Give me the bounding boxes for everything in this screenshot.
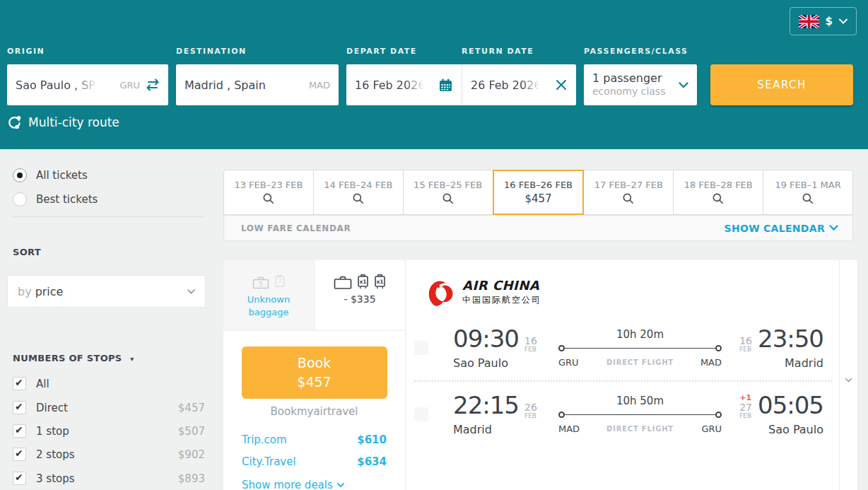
briefcase-icon <box>334 276 352 289</box>
calendar-icon[interactable] <box>438 78 453 93</box>
briefcase-icon: 5 <box>252 276 269 289</box>
deal-citytravel[interactable]: City.Travel $634 <box>242 455 387 468</box>
stops-filter-2stops[interactable]: 2 stops $902 <box>13 448 205 461</box>
airline-name: AIR CHINA <box>462 278 541 293</box>
arrival-time: 05:05 <box>758 393 823 417</box>
stops-filter-direct[interactable]: Direct $457 <box>13 401 205 414</box>
flight-search-form: ORIGIN Sao Paulo , SP, B GRU DESTINATION… <box>7 47 853 105</box>
direct-flight-label: DIRECT FLIGHT <box>597 425 684 433</box>
destination-field[interactable]: Madrid , Spain MAD <box>176 64 339 105</box>
results-area: All tickets Best tickets SORT by price N… <box>0 149 868 490</box>
currency-symbol: $ <box>826 15 833 28</box>
arrival-city: Madrid <box>785 356 823 370</box>
plus-days-badge <box>524 394 537 402</box>
checkbox-checked-icon[interactable] <box>13 472 26 485</box>
arrival-city: Sao Paulo <box>768 423 823 436</box>
depart-date-value: 16 Feb 2026 <box>355 78 426 92</box>
multi-city-icon <box>7 115 22 129</box>
stops-heading[interactable]: NUMBERS OF STOPS ▾ <box>13 353 134 363</box>
deal-price: $634 <box>357 455 387 468</box>
departure-day: 16 <box>524 336 537 346</box>
multi-city-label: Multi-city route <box>28 115 119 129</box>
sort-heading: SORT <box>13 247 41 257</box>
deal-tripcom[interactable]: Trip.com $610 <box>242 433 387 446</box>
stops-direct-label: Direct <box>36 402 68 414</box>
svg-text:?: ? <box>278 279 281 285</box>
to-airport-code: MAD <box>700 357 722 368</box>
low-fare-calendar-bar: LOW FARE CALENDAR SHOW CALENDAR <box>223 215 853 241</box>
date-tab-label: 13 FEB–23 FEB <box>234 180 303 190</box>
stops-all-label: All <box>36 378 49 390</box>
stops-filter-1stop[interactable]: 1 stop $507 <box>13 424 205 438</box>
multi-city-route-link[interactable]: Multi-city route <box>7 115 119 129</box>
from-airport-code: MAD <box>558 424 580 434</box>
return-date-field[interactable]: 26 Feb 2026 <box>462 64 576 105</box>
clear-return-date-icon[interactable] <box>555 78 568 91</box>
chevron-down-icon <box>187 289 195 294</box>
sort-prefix: by <box>18 285 32 298</box>
stops-heading-label: NUMBERS OF STOPS <box>13 353 122 363</box>
destination-label: DESTINATION <box>176 47 339 59</box>
date-tab-18feb[interactable]: 18 FEB–28 FEB <box>673 170 763 215</box>
origin-field[interactable]: Sao Paulo , SP, B GRU <box>7 64 168 105</box>
svg-text:x1: x1 <box>376 279 383 285</box>
checkbox-checked-icon[interactable] <box>13 424 26 438</box>
search-button[interactable]: SEARCH <box>710 64 853 105</box>
radio-unselected-icon[interactable] <box>13 192 27 206</box>
filter-all-tickets[interactable]: All tickets <box>13 168 88 182</box>
show-more-deals-link[interactable]: Show more deals <box>242 479 387 490</box>
outbound-leg[interactable]: 09:30 16 FEB Sao Paulo 10h 20m <box>406 315 839 380</box>
return-date-label: RETURN DATE <box>462 47 534 59</box>
stops-filter-3stops[interactable]: 3 stops $893 <box>13 472 205 485</box>
flight-duration: 10h 50m <box>558 395 722 407</box>
stops-2stops-price: $902 <box>178 448 205 461</box>
origin-value: Sao Paulo , SP, B <box>16 78 99 92</box>
stops-filter-all[interactable]: All <box>13 377 205 390</box>
checkbox-checked-icon[interactable] <box>13 448 26 461</box>
date-tab-17feb[interactable]: 17 FEB–27 FEB <box>583 170 674 215</box>
date-tab-15feb[interactable]: 15 FEB–25 FEB <box>403 170 493 215</box>
stops-2stops-label: 2 stops <box>36 448 75 461</box>
baggage-tab-included[interactable]: x1 x1 - $335 <box>315 260 405 331</box>
chevron-down-icon <box>839 18 848 24</box>
checkbox-checked-icon[interactable] <box>13 401 26 414</box>
plus-days-badge <box>524 327 537 336</box>
date-tab-19feb[interactable]: 19 FEB–1 MAR <box>763 170 853 215</box>
depart-date-field[interactable]: 16 Feb 2026 <box>346 64 462 105</box>
date-tab-16feb-selected[interactable]: 16 FEB–26 FEB $457 <box>493 170 585 215</box>
cabin-class: economy class <box>592 86 665 98</box>
departure-month: FEB <box>524 413 537 419</box>
passengers-field[interactable]: 1 passenger economy class <box>584 64 697 105</box>
date-tab-13feb[interactable]: 13 FEB–23 FEB <box>223 170 314 215</box>
radio-selected-icon[interactable] <box>13 168 27 182</box>
book-button-price: $457 <box>297 374 331 390</box>
departure-time: 22:15 <box>453 393 519 417</box>
baggage-tab-unknown[interactable]: 5 ? Unknown baggage <box>223 260 315 331</box>
show-calendar-label: SHOW CALENDAR <box>725 223 825 234</box>
return-leg[interactable]: 22:15 26 FEB Madrid 10h 50m <box>406 382 839 447</box>
arrival-month: FEB <box>739 346 751 353</box>
agency-name: Bookmyairtravel <box>223 405 405 418</box>
swap-icon[interactable] <box>146 78 160 91</box>
direct-flight-label: DIRECT FLIGHT <box>597 358 684 366</box>
destination-airport-code: MAD <box>305 80 330 91</box>
currency-selector[interactable]: $ <box>790 7 857 35</box>
suitcase-icon: ? <box>274 274 286 289</box>
origin-label: ORIGIN <box>7 47 168 59</box>
search-icon <box>802 192 814 205</box>
deal-name: Trip.com <box>242 433 287 446</box>
origin-airport-code: GRU <box>115 80 140 91</box>
results-main: 13 FEB–23 FEB 14 FEB–24 FEB 15 FEB–25 FE… <box>223 149 857 490</box>
baggage-tab-included-price: - $335 <box>344 293 375 305</box>
date-tab-14feb[interactable]: 14 FEB–24 FEB <box>313 170 404 215</box>
filter-best-tickets[interactable]: Best tickets <box>13 192 98 206</box>
passenger-count: 1 passenger <box>592 71 665 86</box>
expand-card-strip[interactable] <box>839 260 857 490</box>
sort-select[interactable]: by price <box>7 275 206 308</box>
book-button[interactable]: Book $457 <box>242 346 387 399</box>
show-calendar-link[interactable]: SHOW CALENDAR <box>725 223 838 234</box>
checkbox-checked-icon[interactable] <box>13 377 26 390</box>
show-more-deals-label: Show more deals <box>242 479 333 490</box>
low-fare-calendar-label: LOW FARE CALENDAR <box>241 223 351 233</box>
departure-city: Sao Paulo <box>453 356 556 370</box>
